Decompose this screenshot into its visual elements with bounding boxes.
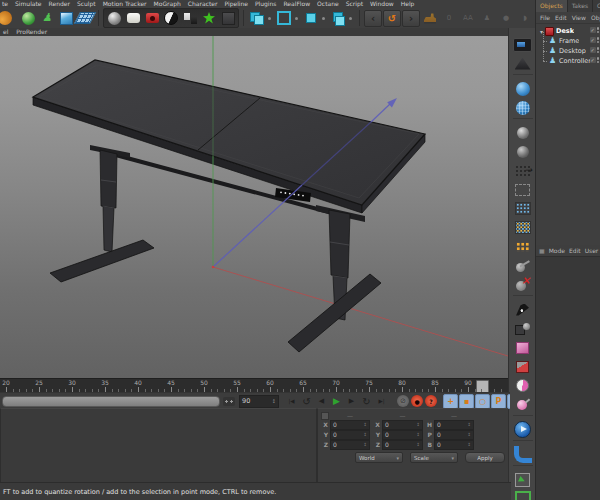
menu-item-help[interactable]: Help — [401, 0, 415, 8]
tab-content-browser[interactable]: Content Browser — [593, 0, 600, 12]
timeline-ruler[interactable]: 202530354045505560657075808590 — [0, 378, 508, 393]
timeline-options-button[interactable] — [223, 397, 235, 406]
previous-frame-button[interactable]: ◀ — [314, 395, 329, 408]
key-scale-button[interactable]: ▪ — [459, 394, 474, 409]
pipe-icon[interactable] — [511, 446, 535, 463]
objects-menu-view[interactable]: View — [572, 12, 586, 23]
next-frame-button[interactable]: ▶ — [344, 395, 359, 408]
spinner-icon[interactable]: ↕ — [467, 442, 471, 447]
rotation-b-field[interactable]: 0↕ — [434, 440, 474, 450]
enable-toggle[interactable]: ✓ — [590, 57, 596, 63]
instance-cube-icon[interactable] — [275, 9, 293, 27]
dropdown-dot-icon[interactable] — [322, 17, 325, 20]
tree-item-controller[interactable]: Controller✓ — [536, 56, 600, 66]
spinner-icon[interactable]: ↕ — [363, 442, 367, 447]
pink-cube-icon[interactable] — [511, 339, 535, 356]
key-parameter-button[interactable]: P — [491, 394, 506, 409]
menu-item-character[interactable]: Character — [188, 0, 218, 8]
spinner-icon[interactable]: ↕ — [416, 422, 420, 427]
menu-item-sculpt[interactable]: Sculpt — [77, 0, 96, 8]
size-mode-dropdown[interactable]: Scale ▾ — [410, 452, 458, 463]
record-keyframe-button[interactable]: ● — [411, 395, 423, 407]
size-z-field[interactable]: 0↕ — [382, 440, 423, 450]
red-cube-icon[interactable] — [511, 358, 535, 375]
dropdown-dot-icon[interactable] — [349, 17, 352, 20]
spinner-icon[interactable]: ↕ — [416, 442, 420, 447]
spinner-icon[interactable]: ↕ — [363, 432, 367, 437]
figure-tool-icon[interactable] — [38, 9, 56, 27]
rotation-p-field[interactable]: 0↕ — [434, 430, 474, 440]
small-cube-icon[interactable] — [302, 9, 320, 27]
undo-icon[interactable]: ↺ — [383, 10, 401, 27]
plane-primitive-icon[interactable] — [76, 9, 94, 27]
grid-orange-points-icon[interactable] — [511, 219, 535, 236]
visibility-dots[interactable] — [597, 57, 600, 63]
wireframe-shading-icon[interactable] — [511, 99, 535, 116]
objects-menu-edit[interactable]: Edit — [555, 12, 567, 23]
attributes-menu-edit[interactable]: Edit — [569, 247, 581, 254]
size-y-field[interactable]: 0↕ — [382, 430, 423, 440]
sphere-link-icon[interactable] — [511, 257, 535, 274]
position-y-field[interactable]: 0↕ — [330, 430, 370, 440]
attributes-menu-mode[interactable]: Mode — [549, 247, 565, 254]
sphere-b-icon[interactable] — [511, 143, 535, 160]
enable-toggle[interactable]: ✓ — [590, 47, 596, 53]
half-sphere-icon[interactable] — [511, 377, 535, 394]
ink-pen-icon[interactable] — [511, 301, 535, 318]
material-manager-panel[interactable] — [0, 408, 317, 484]
enable-toggle[interactable]: ✓ — [590, 27, 596, 33]
objects-menu-objects[interactable]: Objects — [591, 12, 600, 23]
level-of-detail-icon[interactable] — [511, 55, 535, 72]
visibility-dots[interactable] — [597, 47, 600, 53]
dropdown-dot-icon[interactable] — [295, 17, 298, 20]
pen-tool-icon[interactable] — [0, 9, 18, 27]
dark-square-icon[interactable] — [219, 9, 237, 27]
size-x-field[interactable]: 0↕ — [382, 420, 423, 430]
key-position-button[interactable]: + — [443, 394, 458, 409]
menu-item-motion-tracker[interactable]: Motion Tracker — [103, 0, 147, 8]
text-kerning-icon[interactable]: AA — [459, 9, 477, 27]
character-icon[interactable]: ♟ — [478, 9, 496, 27]
zero-icon[interactable]: 0 — [440, 9, 458, 27]
tree-item-desktop[interactable]: Desktop✓ — [536, 46, 600, 56]
tab-objects[interactable]: Objects — [536, 0, 568, 12]
menu-item-script[interactable]: Script — [346, 0, 363, 8]
menu-item-render[interactable]: Render — [49, 0, 70, 8]
position-z-field[interactable]: 0↕ — [330, 440, 370, 450]
shaded-sphere-icon[interactable] — [105, 9, 123, 27]
cloner-cubes-icon[interactable] — [248, 9, 266, 27]
coordinate-space-dropdown[interactable]: World ▾ — [355, 452, 403, 463]
marquee-points-icon[interactable] — [511, 181, 535, 198]
render-settings-icon[interactable] — [162, 9, 180, 27]
autokey-button[interactable]: ? — [425, 395, 437, 407]
render-view-icon[interactable] — [124, 9, 142, 27]
record-snapshot-button[interactable]: ⊘ — [397, 395, 409, 407]
key-pla-button[interactable]: ▦ — [507, 394, 510, 409]
points-move-icon[interactable] — [511, 162, 535, 179]
dot-icon[interactable]: ● — [497, 9, 515, 27]
enable-toggle[interactable]: ✓ — [590, 37, 596, 43]
green-frame-icon[interactable] — [511, 490, 535, 500]
select-frame-icon[interactable] — [511, 471, 535, 488]
sphere-a-icon[interactable] — [511, 124, 535, 141]
orange-points-icon[interactable] — [511, 238, 535, 255]
attributes-menu-user-data[interactable]: User Data — [585, 247, 600, 254]
camera-view-icon[interactable] — [511, 36, 535, 53]
menu-item-simulate[interactable]: Simulate — [15, 0, 42, 8]
goto-end-button[interactable]: ▶| — [374, 395, 389, 408]
spinner-icon[interactable]: ↕ — [363, 422, 367, 427]
grid-blue-points-icon[interactable] — [511, 200, 535, 217]
spinner-icon[interactable]: ↕ — [467, 422, 471, 427]
visibility-dots[interactable] — [597, 37, 600, 43]
viewport-menu-item-prorender[interactable]: ProRender — [16, 28, 47, 36]
tree-item-frame[interactable]: Frame✓ — [536, 36, 600, 46]
pink-sphere-icon[interactable] — [511, 396, 535, 413]
apply-button[interactable]: Apply — [465, 452, 505, 463]
tree-item-desk[interactable]: ▾Desk✓ — [536, 26, 600, 36]
viewport-3d[interactable] — [0, 36, 508, 378]
magnet-tool-icon[interactable] — [19, 9, 37, 27]
position-x-field[interactable]: 0↕ — [330, 420, 370, 430]
cube-primitive-icon[interactable] — [57, 9, 75, 27]
visibility-dots[interactable] — [597, 27, 600, 33]
rotation-h-field[interactable]: 0↕ — [434, 420, 474, 430]
